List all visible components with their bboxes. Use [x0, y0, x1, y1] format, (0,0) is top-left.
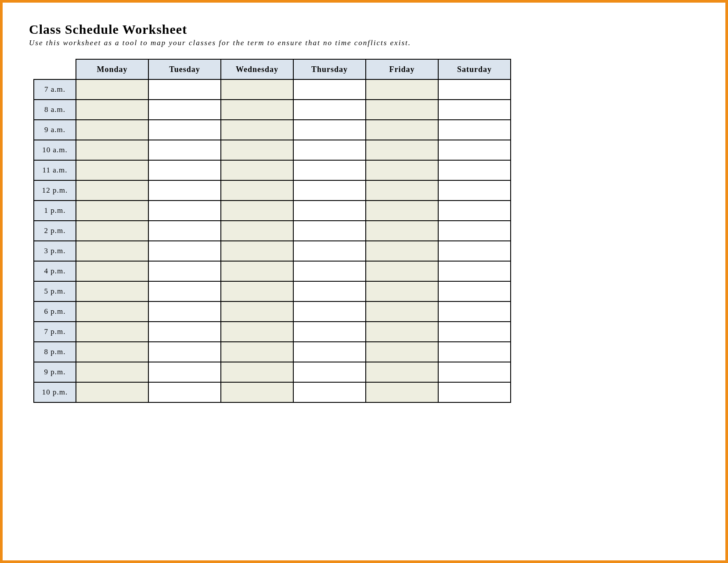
schedule-cell[interactable]	[438, 180, 511, 201]
schedule-cell[interactable]	[221, 160, 293, 180]
schedule-cell[interactable]	[76, 301, 148, 322]
schedule-row: 7 p.m.	[34, 322, 511, 342]
schedule-cell[interactable]	[293, 79, 366, 100]
schedule-cell[interactable]	[293, 322, 366, 342]
schedule-cell[interactable]	[76, 180, 148, 201]
schedule-cell[interactable]	[148, 120, 221, 140]
schedule-cell[interactable]	[293, 362, 366, 382]
schedule-cell[interactable]	[366, 322, 438, 342]
schedule-cell[interactable]	[438, 201, 511, 221]
schedule-cell[interactable]	[148, 201, 221, 221]
schedule-cell[interactable]	[293, 140, 366, 160]
schedule-cell[interactable]	[76, 382, 148, 402]
schedule-cell[interactable]	[293, 382, 366, 402]
schedule-cell[interactable]	[221, 362, 293, 382]
schedule-cell[interactable]	[148, 342, 221, 362]
schedule-cell[interactable]	[366, 140, 438, 160]
schedule-cell[interactable]	[221, 221, 293, 241]
schedule-row: 4 p.m.	[34, 261, 511, 281]
schedule-cell[interactable]	[366, 120, 438, 140]
schedule-cell[interactable]	[76, 221, 148, 241]
schedule-cell[interactable]	[366, 241, 438, 261]
schedule-cell[interactable]	[438, 342, 511, 362]
schedule-cell[interactable]	[438, 120, 511, 140]
time-label: 12 p.m.	[34, 180, 76, 201]
schedule-cell[interactable]	[438, 221, 511, 241]
schedule-cell[interactable]	[293, 180, 366, 201]
schedule-cell[interactable]	[148, 362, 221, 382]
schedule-cell[interactable]	[221, 120, 293, 140]
schedule-cell[interactable]	[148, 382, 221, 402]
schedule-cell[interactable]	[293, 301, 366, 322]
schedule-cell[interactable]	[438, 281, 511, 301]
schedule-cell[interactable]	[366, 301, 438, 322]
schedule-cell[interactable]	[76, 140, 148, 160]
schedule-cell[interactable]	[148, 140, 221, 160]
schedule-cell[interactable]	[148, 241, 221, 261]
schedule-cell[interactable]	[366, 79, 438, 100]
schedule-cell[interactable]	[148, 100, 221, 120]
schedule-cell[interactable]	[76, 241, 148, 261]
schedule-cell[interactable]	[293, 342, 366, 362]
schedule-cell[interactable]	[293, 160, 366, 180]
schedule-cell[interactable]	[221, 382, 293, 402]
schedule-cell[interactable]	[293, 120, 366, 140]
schedule-cell[interactable]	[76, 79, 148, 100]
schedule-cell[interactable]	[221, 261, 293, 281]
schedule-cell[interactable]	[76, 362, 148, 382]
schedule-cell[interactable]	[366, 180, 438, 201]
schedule-cell[interactable]	[293, 281, 366, 301]
schedule-cell[interactable]	[148, 301, 221, 322]
schedule-cell[interactable]	[293, 100, 366, 120]
schedule-cell[interactable]	[438, 301, 511, 322]
schedule-cell[interactable]	[76, 120, 148, 140]
schedule-cell[interactable]	[293, 241, 366, 261]
schedule-cell[interactable]	[76, 100, 148, 120]
schedule-cell[interactable]	[221, 342, 293, 362]
schedule-cell[interactable]	[438, 160, 511, 180]
schedule-cell[interactable]	[221, 241, 293, 261]
schedule-cell[interactable]	[438, 241, 511, 261]
schedule-cell[interactable]	[366, 160, 438, 180]
schedule-cell[interactable]	[148, 322, 221, 342]
schedule-cell[interactable]	[221, 180, 293, 201]
schedule-cell[interactable]	[293, 221, 366, 241]
schedule-cell[interactable]	[148, 221, 221, 241]
schedule-cell[interactable]	[366, 281, 438, 301]
schedule-cell[interactable]	[76, 281, 148, 301]
schedule-cell[interactable]	[293, 261, 366, 281]
schedule-cell[interactable]	[366, 362, 438, 382]
schedule-cell[interactable]	[366, 100, 438, 120]
schedule-cell[interactable]	[148, 281, 221, 301]
schedule-cell[interactable]	[438, 79, 511, 100]
schedule-cell[interactable]	[438, 362, 511, 382]
schedule-cell[interactable]	[76, 342, 148, 362]
schedule-cell[interactable]	[293, 201, 366, 221]
schedule-cell[interactable]	[366, 261, 438, 281]
schedule-cell[interactable]	[76, 201, 148, 221]
schedule-cell[interactable]	[76, 160, 148, 180]
schedule-cell[interactable]	[76, 261, 148, 281]
schedule-cell[interactable]	[76, 322, 148, 342]
schedule-cell[interactable]	[148, 261, 221, 281]
schedule-cell[interactable]	[221, 281, 293, 301]
schedule-cell[interactable]	[221, 79, 293, 100]
schedule-cell[interactable]	[366, 221, 438, 241]
schedule-cell[interactable]	[366, 201, 438, 221]
schedule-cell[interactable]	[438, 382, 511, 402]
schedule-cell[interactable]	[438, 140, 511, 160]
time-label: 7 a.m.	[34, 79, 76, 100]
schedule-cell[interactable]	[438, 261, 511, 281]
schedule-cell[interactable]	[148, 160, 221, 180]
schedule-cell[interactable]	[148, 79, 221, 100]
schedule-cell[interactable]	[221, 322, 293, 342]
schedule-cell[interactable]	[221, 201, 293, 221]
schedule-cell[interactable]	[221, 301, 293, 322]
schedule-cell[interactable]	[221, 100, 293, 120]
schedule-cell[interactable]	[221, 140, 293, 160]
schedule-cell[interactable]	[438, 100, 511, 120]
schedule-cell[interactable]	[366, 382, 438, 402]
schedule-cell[interactable]	[366, 342, 438, 362]
schedule-cell[interactable]	[438, 322, 511, 342]
schedule-cell[interactable]	[148, 180, 221, 201]
